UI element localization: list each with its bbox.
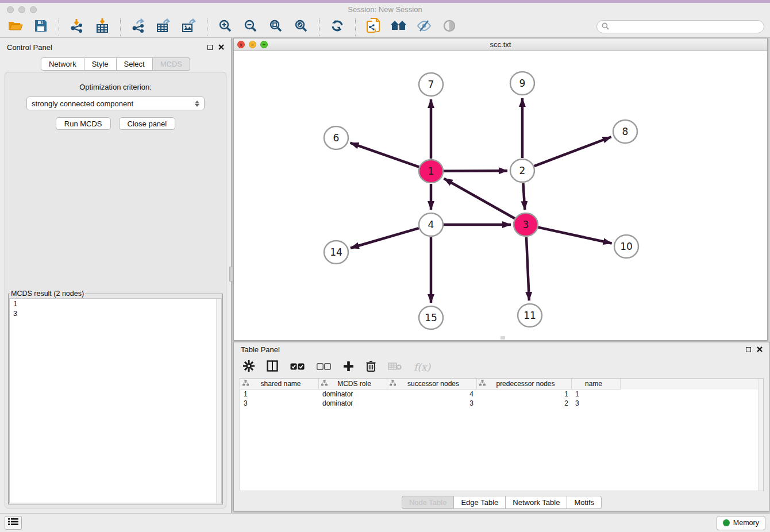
edge-4-14[interactable]	[351, 228, 419, 248]
window-controls[interactable]	[7, 6, 37, 13]
column-header-successor-nodes[interactable]: successor nodes	[387, 379, 477, 390]
node-3[interactable]: 3	[514, 213, 538, 236]
edge-1-2[interactable]	[444, 171, 507, 171]
result-line: 1	[10, 299, 221, 309]
memory-button[interactable]: Memory	[717, 516, 765, 530]
column-header-mcds-role[interactable]: MCDS role	[319, 379, 387, 390]
edge-1-6[interactable]	[351, 143, 419, 167]
minimize-window-button[interactable]	[18, 6, 25, 13]
status-bar: Memory	[0, 513, 770, 532]
split-table-button[interactable]	[267, 360, 278, 374]
toolbar-separator	[120, 18, 121, 36]
node-11[interactable]: 11	[518, 304, 542, 327]
network-graph[interactable]: 7968124314101511	[234, 51, 767, 340]
import-table-button[interactable]	[93, 18, 112, 36]
node-15[interactable]: 15	[419, 306, 443, 329]
column-header-name[interactable]: name	[572, 379, 621, 390]
tab-motifs[interactable]: Motifs	[567, 496, 602, 509]
network-window-titlebar[interactable]: x − + scc.txt	[234, 38, 767, 51]
tree-icon	[479, 380, 486, 388]
table-row[interactable]: 1 dominator 4 1 1	[240, 390, 763, 399]
cell-name: 1	[572, 390, 621, 399]
canvas-scroll-thumb[interactable]	[500, 336, 505, 340]
column-header-predecessor-nodes[interactable]: predecessor nodes	[477, 379, 572, 390]
tree-icon	[242, 380, 249, 388]
new-network-from-selection-button[interactable]	[364, 18, 383, 36]
frame-close-icon[interactable]: x	[237, 41, 245, 48]
node-table[interactable]: shared name MCDS role successor nodes pr…	[240, 378, 764, 491]
node-10[interactable]: 10	[614, 235, 638, 258]
save-session-button[interactable]	[31, 18, 51, 36]
svg-text:8: 8	[622, 126, 629, 137]
hide-selected-button[interactable]	[414, 18, 434, 36]
deselect-all-columns-button[interactable]	[317, 362, 331, 372]
control-panel-tabs: Network Style Select MCDS	[0, 57, 231, 71]
maximize-window-button[interactable]	[30, 6, 37, 13]
import-network-button[interactable]	[67, 18, 87, 36]
criterion-dropdown[interactable]: strongly connected component	[26, 97, 205, 110]
tree-icon	[390, 380, 396, 388]
close-panel-icon[interactable]	[757, 344, 763, 354]
column-header-shared-name[interactable]: shared name	[240, 379, 319, 390]
table-settings-button[interactable]	[243, 360, 255, 374]
close-panel-button[interactable]: Close panel	[119, 117, 176, 130]
svg-text:10: 10	[620, 241, 633, 252]
frame-maximize-icon[interactable]: +	[260, 41, 268, 48]
search-input[interactable]	[612, 23, 759, 31]
tab-network[interactable]: Network	[41, 57, 84, 71]
node-4[interactable]: 4	[419, 213, 443, 236]
run-mcds-button[interactable]: Run MCDS	[56, 117, 111, 130]
close-window-button[interactable]	[7, 6, 14, 13]
show-all-button[interactable]	[440, 18, 459, 36]
node-9[interactable]: 9	[510, 72, 534, 95]
table-row[interactable]: 3 dominator 3 2 3	[240, 399, 763, 408]
close-panel-icon[interactable]	[218, 42, 224, 52]
tab-select[interactable]: Select	[117, 57, 153, 71]
frame-minimize-icon[interactable]: −	[249, 41, 256, 48]
node-8[interactable]: 8	[613, 120, 637, 143]
select-all-columns-button[interactable]	[290, 362, 305, 372]
delete-row-button[interactable]	[366, 360, 376, 374]
node-1[interactable]: 1	[419, 160, 443, 183]
node-6[interactable]: 6	[324, 126, 348, 149]
export-table-button[interactable]	[154, 18, 174, 36]
panel-splitter-handle[interactable]	[229, 267, 233, 282]
node-14[interactable]: 14	[324, 241, 348, 264]
export-image-button[interactable]	[179, 18, 199, 36]
first-neighbors-button[interactable]	[389, 18, 409, 36]
import-network-icon	[70, 18, 84, 36]
tab-edge-table[interactable]: Edge Table	[454, 496, 506, 509]
mcds-result-box[interactable]: 1 3	[9, 298, 222, 503]
zoom-fit-button[interactable]	[266, 18, 286, 36]
node-7[interactable]: 7	[419, 73, 443, 96]
result-scrollbar[interactable]	[216, 299, 221, 503]
export-network-button[interactable]	[129, 18, 148, 36]
edge-2-3[interactable]	[523, 183, 525, 210]
fx-icon: f(x)	[414, 361, 430, 373]
edge-2-8[interactable]	[534, 137, 611, 166]
tab-mcds[interactable]: MCDS	[153, 57, 190, 71]
edge-3-11[interactable]	[526, 237, 529, 300]
open-session-button[interactable]	[6, 18, 25, 36]
tab-node-table[interactable]: Node Table	[402, 496, 455, 509]
cell-mcds-role: dominator	[319, 390, 387, 399]
zoom-selected-button[interactable]	[291, 18, 311, 36]
export-image-icon	[182, 18, 197, 36]
table-scrollbar[interactable]	[758, 379, 763, 491]
network-canvas[interactable]: 7968124314101511	[234, 51, 767, 340]
zoom-out-button[interactable]	[241, 18, 260, 36]
task-history-button[interactable]	[5, 516, 22, 530]
apply-layout-button[interactable]	[328, 18, 347, 36]
zoom-in-button[interactable]	[215, 18, 235, 36]
edge-3-1[interactable]	[444, 179, 515, 218]
node-2[interactable]: 2	[510, 159, 534, 182]
tab-style[interactable]: Style	[84, 57, 117, 71]
float-panel-icon[interactable]	[746, 347, 751, 352]
float-panel-icon[interactable]	[207, 45, 213, 50]
tab-network-table[interactable]: Network Table	[506, 496, 567, 509]
mcds-result-title: MCDS result (2 nodes)	[10, 290, 85, 298]
trash-icon	[366, 360, 376, 374]
create-column-button[interactable]	[343, 361, 354, 374]
edge-3-10[interactable]	[538, 228, 611, 244]
search-field[interactable]	[596, 20, 764, 33]
